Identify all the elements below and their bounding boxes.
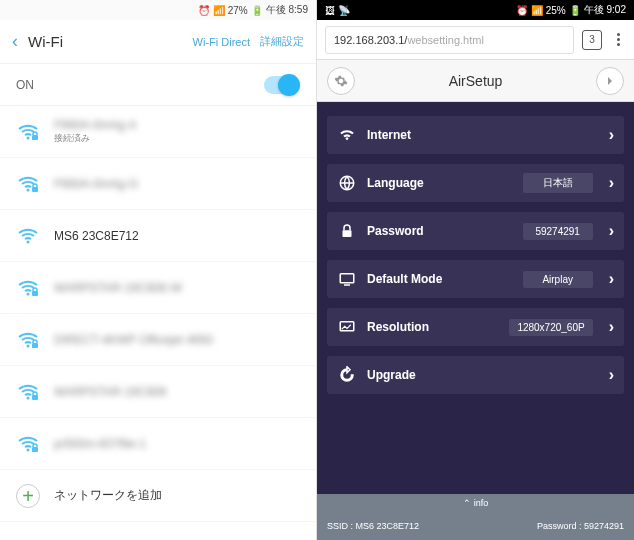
setup-value: 59274291	[523, 223, 593, 240]
svg-rect-8	[32, 343, 38, 348]
info-tab[interactable]: ⌃ info	[317, 494, 634, 512]
wifi-icon	[16, 172, 40, 196]
setup-label: Upgrade	[367, 368, 593, 382]
svg-rect-15	[340, 274, 354, 283]
chevron-right-icon: ›	[609, 222, 614, 240]
airsetup-menu: Internet › Language 日本語 › Password 59274…	[317, 102, 634, 494]
setup-value: 1280x720_60P	[509, 319, 592, 336]
setup-row-upgrade[interactable]: Upgrade ›	[327, 356, 624, 394]
alarm-icon: ⏰	[198, 5, 210, 16]
status-bar: ⏰ 📶 27% 🔋 午後 8:59	[0, 0, 316, 20]
forward-button[interactable]	[596, 67, 624, 95]
network-name: WARPSTAR-19C606-W	[54, 281, 300, 295]
network-item[interactable]: WARPSTAR-19C606	[0, 366, 316, 418]
network-item[interactable]: DIRECT-4KWP Officejet 4650	[0, 314, 316, 366]
toggle-label: ON	[16, 78, 34, 92]
network-name: DIRECT-4KWP Officejet 4650	[54, 333, 300, 347]
airsetup-screen: 🖼 📡 ⏰ 📶 25% 🔋 午後 9:02 192.168.203.1/webs…	[317, 0, 634, 540]
wifi-icon	[16, 380, 40, 404]
network-item[interactable]: F660A-0mAg-G	[0, 158, 316, 210]
chevron-right-icon: ›	[609, 174, 614, 192]
wifi-header: ‹ Wi-Fi Wi-Fi Direct 詳細設定	[0, 20, 316, 64]
setup-row-password[interactable]: Password 59274291 ›	[327, 212, 624, 250]
url-path: websetting.html	[407, 34, 483, 46]
setup-label: Password	[367, 224, 513, 238]
lock-icon	[337, 221, 357, 241]
svg-point-7	[27, 344, 30, 347]
back-icon[interactable]: ‹	[12, 31, 18, 52]
network-item[interactable]: WARPSTAR-19C606-W	[0, 262, 316, 314]
setup-label: Resolution	[367, 320, 499, 334]
settings-button[interactable]	[327, 67, 355, 95]
network-name: MS6 23C8E712	[54, 229, 300, 243]
svg-point-0	[27, 136, 30, 139]
browser-menu-icon[interactable]	[610, 33, 626, 46]
battery-percent: 27%	[228, 5, 248, 16]
setup-row-default-mode[interactable]: Default Mode Airplay ›	[327, 260, 624, 298]
wifi-direct-link[interactable]: Wi-Fi Direct	[193, 36, 250, 48]
network-name: F660A-0mAg-G	[54, 177, 300, 191]
url-input[interactable]: 192.168.203.1/websetting.html	[325, 26, 574, 54]
svg-point-5	[27, 292, 30, 295]
wifi-toggle[interactable]	[264, 76, 300, 94]
wifi-signal-icon: 📶	[213, 5, 225, 16]
setup-label: Language	[367, 176, 513, 190]
airsetup-header: AirSetup	[317, 60, 634, 102]
svg-rect-6	[32, 291, 38, 296]
app-title: AirSetup	[355, 73, 596, 89]
svg-point-4	[27, 240, 30, 243]
upgrade-icon	[337, 365, 357, 385]
tab-count-button[interactable]: 3	[582, 30, 602, 50]
svg-point-9	[27, 396, 30, 399]
add-network-label: ネットワークを追加	[54, 487, 300, 504]
setup-row-language[interactable]: Language 日本語 ›	[327, 164, 624, 202]
wifi-settings-screen: ⏰ 📶 27% 🔋 午後 8:59 ‹ Wi-Fi Wi-Fi Direct 詳…	[0, 0, 317, 540]
svg-point-11	[27, 448, 30, 451]
wifi-icon	[16, 224, 40, 248]
svg-rect-10	[32, 395, 38, 400]
network-item[interactable]: MS6 23C8E712	[0, 210, 316, 262]
advanced-settings-link[interactable]: 詳細設定	[260, 34, 304, 49]
chevron-up-icon: ⌃	[463, 498, 471, 508]
wifi-status-icon: 📡	[338, 5, 350, 16]
setup-row-resolution[interactable]: Resolution 1280x720_60P ›	[327, 308, 624, 346]
network-item[interactable]: pr500m-837f8e-1	[0, 418, 316, 470]
wifi-icon	[337, 125, 357, 145]
screenshot-icon: 🖼	[325, 5, 335, 16]
add-network-button[interactable]: + ネットワークを追加	[0, 470, 316, 522]
setup-label: Default Mode	[367, 272, 513, 286]
display-icon	[337, 269, 357, 289]
setup-label: Internet	[367, 128, 593, 142]
plus-icon: +	[16, 484, 40, 508]
footer-ssid: SSID : MS6 23C8E712	[327, 521, 419, 531]
svg-rect-3	[32, 187, 38, 192]
resolution-icon	[337, 317, 357, 337]
setup-row-internet[interactable]: Internet ›	[327, 116, 624, 154]
wifi-icon	[16, 328, 40, 352]
wifi-icon	[16, 120, 40, 144]
wifi-icon	[16, 432, 40, 456]
svg-point-2	[27, 188, 30, 191]
network-status: 接続済み	[54, 132, 300, 145]
info-footer: ⌃ info SSID : MS6 23C8E712 Password : 59…	[317, 494, 634, 540]
battery-icon: 🔋	[251, 5, 263, 16]
browser-address-bar: 192.168.203.1/websetting.html 3	[317, 20, 634, 60]
status-time: 午後 8:59	[266, 3, 308, 17]
wifi-icon	[16, 276, 40, 300]
globe-icon	[337, 173, 357, 193]
status-time: 午後 9:02	[584, 3, 626, 17]
svg-rect-12	[32, 447, 38, 452]
footer-password: Password : 59274291	[537, 521, 624, 531]
page-title: Wi-Fi	[28, 33, 183, 50]
gear-icon	[334, 74, 348, 88]
chevron-right-icon: ›	[609, 270, 614, 288]
svg-rect-14	[343, 230, 352, 237]
chevron-right-icon: ›	[609, 318, 614, 336]
chevron-right-icon: ›	[609, 366, 614, 384]
network-name: WARPSTAR-19C606	[54, 385, 300, 399]
network-list: F660A-0mAg-A 接続済み F660A-0mAg-G MS6 23C8E…	[0, 106, 316, 540]
network-item[interactable]: F660A-0mAg-A 接続済み	[0, 106, 316, 158]
svg-rect-1	[32, 135, 38, 140]
status-bar: 🖼 📡 ⏰ 📶 25% 🔋 午後 9:02	[317, 0, 634, 20]
signal-icon: 📶	[531, 5, 543, 16]
